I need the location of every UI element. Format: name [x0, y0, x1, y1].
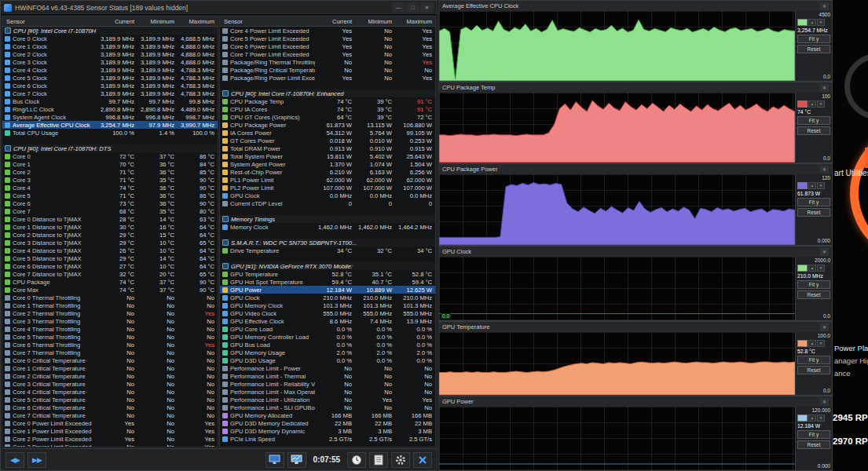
graph-monitor-icon[interactable]	[288, 452, 306, 468]
sensor-row[interactable]: CPU Package Power61.873 W13.115 W106.880…	[220, 121, 435, 129]
sensor-row[interactable]: Memory Clock1,462.0 MHz1,462.0 MHz1,464.…	[220, 223, 435, 231]
close-icon[interactable]: ✕	[820, 84, 829, 92]
sensor-row[interactable]: PL1 Power Limit62.000 W62.000 W62.000 W	[220, 176, 435, 184]
sensor-row[interactable]: Core 6 Critical TemperatureNoNoNo	[2, 403, 218, 411]
sensor-row[interactable]: Drive Temperature34 °C32 °C34 °C	[220, 246, 435, 254]
reset-button[interactable]: Reset	[797, 45, 830, 53]
fit-y-button[interactable]: Fit y	[797, 35, 830, 43]
sensor-row[interactable]: Core 0 Critical TemperatureNoNoNo	[2, 356, 218, 364]
monitor-icon[interactable]	[266, 452, 284, 468]
report-icon[interactable]	[369, 452, 388, 468]
fit-y-button[interactable]: Fit y	[797, 116, 830, 125]
sensor-row[interactable]: Core 1 Clock3,189.9 MHz3,189.9 MHz4,888.…	[2, 42, 218, 50]
sensor-row[interactable]: GPU Power12.184 W10.889 W12.625 W	[220, 286, 435, 294]
spin-up-icon[interactable]: ▴	[808, 414, 816, 422]
sensor-row[interactable]: Core 1 Power Limit ExceededNoNoYes	[2, 427, 218, 435]
sensor-group-header[interactable]: CPU [#0]: Intel Core i7-10870H: DTS	[2, 144, 218, 152]
sensor-row[interactable]: CPU IA Cores74 °C39 °C91 °C	[220, 105, 435, 113]
spin-up-icon[interactable]: ▴	[808, 100, 816, 108]
legend-color-swatch[interactable]	[797, 182, 808, 189]
sensor-row[interactable]: Core 2 Power Limit ExceededYesNoYes	[2, 435, 218, 443]
reset-button[interactable]: Reset	[797, 290, 830, 299]
reset-button[interactable]: Reset	[797, 126, 830, 135]
sensor-row[interactable]: Performance Limit - Reliability VoltageN…	[220, 380, 435, 388]
sensor-row[interactable]: Package/Ring Power Limit ExceededYesNoYe…	[220, 74, 435, 82]
sensor-row[interactable]: System Agent Power1.370 W1.074 W1.504 W	[220, 160, 435, 168]
fit-y-button[interactable]: Fit y	[797, 356, 830, 364]
sensor-row[interactable]: Core 3 Distance to TjMAX29 °C10 °C65 °C	[2, 239, 218, 246]
sensor-row[interactable]: Core 5 Power Limit ExceededYesNoYes	[220, 35, 435, 42]
column-header-current[interactable]: Current	[315, 18, 355, 25]
sensor-row[interactable]: Core 0 Distance to TjMAX28 °C14 °C63 °C	[2, 215, 218, 223]
close-icon[interactable]: ✕	[820, 398, 829, 406]
close-icon[interactable]: ✕	[820, 248, 829, 256]
sensor-group-header[interactable]: S.M.A.R.T.: WDC PC SN730 SDBPNTY-1T00...	[220, 239, 435, 246]
reset-button[interactable]: Reset	[797, 440, 830, 449]
spin-up-icon[interactable]: ▴	[808, 265, 816, 272]
sensor-row[interactable]: Core 7 Thermal ThrottlingNoNoNo	[2, 349, 218, 356]
sensor-row[interactable]: Average Effective CPU Clock3,254.7 MHz97…	[2, 121, 218, 129]
sensor-row[interactable]: Total System Power15.811 W5.402 W25.643 …	[220, 152, 435, 160]
close-icon[interactable]: ✕	[420, 2, 434, 13]
sensor-row[interactable]: GPU D3D Usage0.0 %0.0 %0.0 %	[220, 356, 435, 364]
sensor-row[interactable]: GPU Memory Usage2.0 %2.0 %2.0 %	[220, 349, 435, 356]
close-icon[interactable]: ✕	[820, 323, 829, 331]
sensor-row[interactable]: Core 3 Critical TemperatureNoNoNo	[2, 380, 218, 388]
sensor-row[interactable]: Core 4 Power Limit ExceededYesNoYes	[220, 27, 435, 35]
sensor-row[interactable]: Core 4 Thermal ThrottlingNoNoNo	[2, 325, 218, 333]
sensor-row[interactable]: Performance Limit - SLI GPUBoost SyncNoN…	[220, 403, 435, 411]
sensor-row[interactable]: Core 4 Critical TemperatureNoNoNo	[2, 388, 218, 396]
sensor-row[interactable]: Core Max74 °C37 °C90 °C	[2, 286, 218, 294]
sensor-row[interactable]: Core 1 Thermal ThrottlingNoNoNo	[2, 301, 218, 309]
sensor-row[interactable]: Core 271 °C36 °C85 °C	[2, 168, 218, 176]
sensor-row[interactable]: Core 571 °C36 °C86 °C	[2, 192, 218, 199]
spin-down-icon[interactable]: ▾	[817, 414, 825, 422]
sensor-row[interactable]: Core 170 °C36 °C84 °C	[2, 160, 218, 168]
sensor-row[interactable]: GT Cores Power0.018 W0.010 W0.253 W	[220, 137, 435, 144]
sensor-row[interactable]: Core 7 Critical TemperatureNoNoNo	[2, 411, 218, 419]
graph-titlebar[interactable]: GPU Power✕	[439, 396, 832, 407]
legend-color-swatch[interactable]	[797, 19, 808, 26]
sensor-row[interactable]: PCIe Link Speed2.5 GT/s2.5 GT/s2.5 GT/s	[220, 435, 435, 443]
fit-y-button[interactable]: Fit y	[797, 280, 830, 289]
sensor-row[interactable]: Core 2 Thermal ThrottlingNoNoYes	[2, 309, 218, 317]
fit-y-button[interactable]: Fit y	[797, 198, 830, 206]
minimize-icon[interactable]: —	[392, 2, 405, 13]
sensor-row[interactable]: GPU Video Clock555.0 MHz555.0 MHz555.0 M…	[220, 309, 435, 317]
sensor-row[interactable]: GPU Clock210.0 MHz210.0 MHz210.0 MHz	[220, 294, 435, 301]
nav-forward-icon[interactable]: ▶▶	[27, 452, 46, 468]
sensor-row[interactable]: Core 0 Clock3,189.9 MHz3,189.9 MHz4,688.…	[2, 35, 218, 42]
spin-up-icon[interactable]: ▴	[808, 19, 816, 26]
sensor-row[interactable]: GPU Memory Allocated166 MB166 MB166 MB	[220, 411, 435, 419]
spin-up-icon[interactable]: ▴	[808, 182, 816, 189]
sensor-row[interactable]: Core 1 Critical TemperatureNoNoNo	[2, 364, 218, 372]
legend-color-swatch[interactable]	[797, 100, 808, 108]
reset-button[interactable]: Reset	[797, 208, 830, 217]
column-header-sensor[interactable]: Sensor	[220, 18, 315, 25]
legend-color-swatch[interactable]	[797, 340, 808, 347]
column-header-maximum[interactable]: Maximum	[395, 18, 435, 25]
sensor-row[interactable]: Total CPU Usage100.0 %1.4 %100.0 %	[2, 129, 218, 137]
nav-back-icon[interactable]: ◀▶	[5, 452, 24, 468]
sensor-row[interactable]: Core 5 Critical TemperatureNoNoNo	[2, 396, 218, 403]
sensor-row[interactable]: CPU Package74 °C37 °C90 °C	[2, 278, 218, 286]
sensor-row[interactable]: Core 2 Distance to TjMAX29 °C15 °C64 °C	[2, 231, 218, 239]
exit-icon[interactable]	[413, 452, 432, 468]
sensor-row[interactable]: GPU D3D Memory Dynamic3 MB3 MB3 MB	[220, 427, 435, 435]
settings-gear-icon[interactable]	[391, 452, 410, 468]
sensor-row[interactable]: Current cTDP Level000	[220, 199, 435, 207]
fit-y-button[interactable]: Fit y	[797, 430, 830, 439]
sensor-row[interactable]: Core 6 Distance to TjMAX27 °C10 °C64 °C	[2, 262, 218, 270]
sensor-row[interactable]: Core 5 Clock3,189.9 MHz3,189.9 MHz4,788.…	[2, 74, 218, 82]
sensor-row[interactable]: Core 3 Thermal ThrottlingNoNoNo	[2, 317, 218, 325]
sensor-row[interactable]: Core 3 Clock3,189.9 MHz3,189.9 MHz4,888.…	[2, 58, 218, 66]
sensor-row[interactable]: GPU Memory Controller Load0.0 %0.0 %0.0 …	[220, 333, 435, 341]
sensor-row[interactable]: Core 072 °C37 °C86 °C	[2, 152, 218, 160]
sensor-row[interactable]: Rest-of-Chip Power6.210 W6.163 W6.256 W	[220, 168, 435, 176]
sensor-row[interactable]: IA Cores Power54.312 W5.764 W99.105 W	[220, 129, 435, 137]
sensor-row[interactable]: Core 0 Thermal ThrottlingNoNoNo	[2, 294, 218, 301]
sensor-row[interactable]: Core 673 °C36 °C90 °C	[2, 199, 218, 207]
sensor-group-header[interactable]: GPU [#1]: NVIDIA GeForce RTX 3070 Mobile…	[220, 262, 435, 270]
graph-titlebar[interactable]: Average Effective CPU Clock✕	[439, 1, 832, 11]
maximize-icon[interactable]: □	[406, 2, 419, 13]
